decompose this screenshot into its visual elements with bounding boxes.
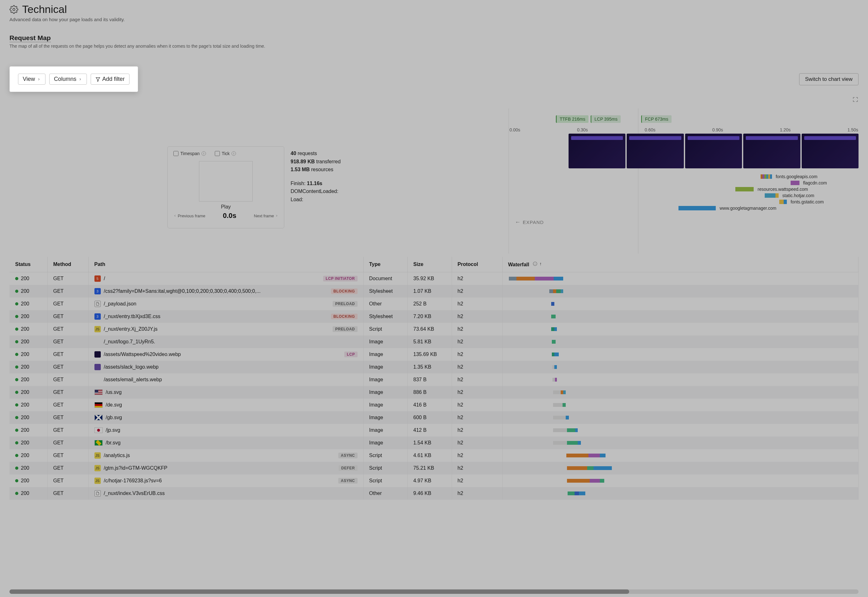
info-icon[interactable] <box>533 261 538 266</box>
page-subtitle: Advanced data on how your page loads and… <box>9 17 859 22</box>
request-badge: ASYNC <box>338 478 358 484</box>
info-icon[interactable]: i <box>202 151 206 156</box>
protocol-cell: h2 <box>452 449 502 462</box>
waterfall-cell <box>508 427 853 434</box>
status-dot <box>15 353 18 356</box>
add-filter-button[interactable]: Add filter <box>91 74 129 85</box>
waterfall-cell <box>508 414 853 421</box>
table-row[interactable]: 200GET/de.svgImage416 Bh2 <box>9 399 859 411</box>
tick-checkbox[interactable]: Tick i <box>215 151 236 156</box>
table-row[interactable]: 200GET/assets/Wattspeed%20video.webpLCPI… <box>9 348 859 361</box>
path-text: /c/hotjar-1769238.js?sv=6 <box>104 478 162 484</box>
status-dot <box>15 403 18 407</box>
type-cell: Script <box>363 323 408 336</box>
table-row[interactable]: 200GET/jp.svgImage412 Bh2 <box>9 424 859 437</box>
waterfall-cell <box>508 326 853 332</box>
flag-icon-us <box>95 389 102 395</box>
status-code: 200 <box>21 415 30 420</box>
request-table: Status Method Path Type Size Protocol Wa… <box>9 257 859 500</box>
col-header-waterfall[interactable]: Waterfall ↑ <box>502 257 859 272</box>
method-cell: GET <box>47 373 88 386</box>
table-row[interactable]: 200GET/us.svgImage886 Bh2 <box>9 386 859 399</box>
col-header-size[interactable]: Size <box>408 257 452 272</box>
method-cell: GET <box>47 386 88 399</box>
status-code: 200 <box>21 339 30 344</box>
table-row[interactable]: 200GET/assets/slack_logo.webpImage1.35 K… <box>9 361 859 373</box>
table-row[interactable]: 200GETJS/_nuxt/entry.Xj_Z00JY.jsPRELOADS… <box>9 323 859 336</box>
status-dot <box>15 466 18 470</box>
protocol-cell: h2 <box>452 386 502 399</box>
status-code: 200 <box>21 326 30 332</box>
columns-button[interactable]: Columns <box>49 74 87 85</box>
horizontal-scrollbar[interactable] <box>9 590 859 594</box>
add-filter-label: Add filter <box>102 76 125 82</box>
waterfall-cell <box>508 351 853 358</box>
type-cell: Script <box>363 474 408 487</box>
type-cell: Stylesheet <box>363 285 408 297</box>
col-header-type[interactable]: Type <box>363 257 408 272</box>
fullscreen-icon[interactable] <box>852 97 859 102</box>
table-row[interactable]: 200GETJS/gtm.js?id=GTM-WGCQKFPDEFERScrip… <box>9 462 859 474</box>
table-row[interactable]: 200GET5/LCP INITIATORDocument35.92 KBh2 <box>9 272 859 285</box>
path-text: /_payload.json <box>104 301 137 307</box>
table-row[interactable]: 200GET/br.svgImage1.54 KBh2 <box>9 437 859 449</box>
table-row[interactable]: 200GET/gb.svgImage600 Bh2 <box>9 411 859 424</box>
timespan-checkbox[interactable]: Timespan i <box>174 151 206 156</box>
table-row[interactable]: 200GETJS/c/hotjar-1769238.js?sv=6ASYNCSc… <box>9 474 859 487</box>
col-header-status[interactable]: Status <box>9 257 47 272</box>
image-thumb-icon <box>95 351 101 358</box>
status-dot <box>15 277 18 280</box>
view-label: View <box>23 76 35 82</box>
view-button[interactable]: View <box>18 74 46 85</box>
image-icon <box>95 377 101 383</box>
request-badge: LCP INITIATOR <box>323 276 358 281</box>
type-cell: Image <box>363 399 408 411</box>
domain-label: resources.wattspeed.com <box>757 187 808 192</box>
status-code: 200 <box>21 478 30 483</box>
size-cell: 1.07 KB <box>408 285 452 297</box>
table-row[interactable]: 200GET/_nuxt/index.V3vsErUB.cssOther9.46… <box>9 487 859 500</box>
waterfall-cell <box>508 313 853 320</box>
table-row[interactable]: 200GET/_payload.jsonPRELOADOther252 Bh2 <box>9 297 859 310</box>
protocol-cell: h2 <box>452 361 502 373</box>
table-row[interactable]: 200GETJS/analytics.jsASYNCScript4.61 KBh… <box>9 449 859 462</box>
timespan-label: Timespan <box>180 151 200 156</box>
switch-chart-view-button[interactable]: Switch to chart view <box>799 73 859 85</box>
table-row[interactable]: 200GET3/css2?family=DM+Sans:ital,wght@0,… <box>9 285 859 297</box>
domain-label: fonts.googleapis.com <box>776 174 818 179</box>
sort-arrow-icon[interactable]: ↑ <box>540 261 542 266</box>
table-row[interactable]: 200GET/_nuxt/logo.7_1UyRn5.Image5.81 KBh… <box>9 336 859 348</box>
frame-preview <box>199 161 253 202</box>
axis-tick: 0.60s <box>645 127 656 132</box>
status-dot <box>15 454 18 457</box>
request-badge: DEFER <box>338 465 357 471</box>
page-title: Technical <box>22 3 67 15</box>
col-header-method[interactable]: Method <box>47 257 88 272</box>
status-code: 200 <box>21 276 30 281</box>
col-header-protocol[interactable]: Protocol <box>452 257 502 272</box>
size-cell: 7.20 KB <box>408 310 452 323</box>
col-header-path[interactable]: Path <box>88 257 363 272</box>
play-button[interactable]: Play <box>174 204 278 210</box>
filter-toolbar: View Columns Add filter <box>9 66 138 92</box>
type-cell: Script <box>363 462 408 474</box>
expand-button[interactable]: ← EXPAND <box>515 219 859 226</box>
info-icon[interactable]: i <box>231 151 236 156</box>
javascript-icon: JS <box>95 478 101 484</box>
waterfall-cell <box>508 339 853 345</box>
scrollbar-thumb[interactable] <box>9 590 629 594</box>
ttfb-marker: TTFB 216ms <box>556 115 589 123</box>
table-row[interactable]: 200GET/assets/email_alerts.webpImage837 … <box>9 373 859 386</box>
table-row[interactable]: 200GET3/_nuxt/entry.tbXjxd3E.cssBLOCKING… <box>9 310 859 323</box>
next-frame-button[interactable]: Next frame <box>254 214 278 218</box>
prev-frame-button[interactable]: Previous frame <box>174 214 205 218</box>
axis-tick: 0.00s <box>509 127 520 132</box>
status-dot <box>15 391 18 394</box>
next-frame-label: Next frame <box>254 214 274 218</box>
javascript-icon: JS <box>95 326 101 332</box>
filmstrip-frame <box>743 134 800 168</box>
size-cell: 252 B <box>408 297 452 310</box>
resources-label: resources <box>311 167 333 172</box>
type-cell: Image <box>363 386 408 399</box>
protocol-cell: h2 <box>452 437 502 449</box>
